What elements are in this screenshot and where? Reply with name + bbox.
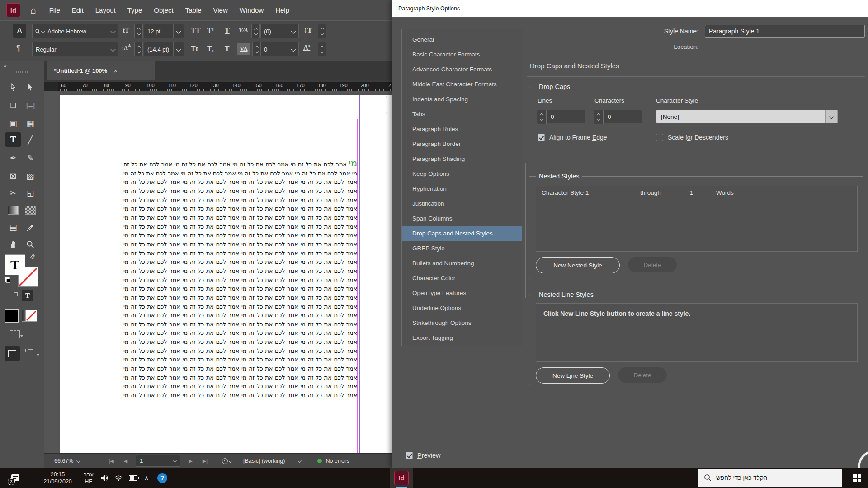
characters-input[interactable]: 0 <box>604 110 642 123</box>
document-tab[interactable]: *Untitled-1 @ 100% × <box>47 61 155 80</box>
characters-stepper[interactable] <box>594 110 604 124</box>
hidden-icons-chevron[interactable]: ∧ <box>141 468 152 488</box>
vertical-scale-stepper[interactable] <box>318 24 326 38</box>
category-item[interactable]: Strikethrough Options <box>402 315 522 330</box>
gradient-feather-tool[interactable] <box>23 203 38 217</box>
view-options-icon[interactable] <box>10 330 20 338</box>
previous-page-button[interactable]: ◀ <box>124 458 127 464</box>
tracking-dropdown-button[interactable] <box>288 42 298 56</box>
font-family-field[interactable]: Adobe Hebrew <box>32 24 118 38</box>
zoom-level[interactable]: 66.67% <box>54 458 73 464</box>
panel-grip[interactable] <box>16 71 28 73</box>
kerning-dropdown-button[interactable] <box>288 24 298 38</box>
content-placer-tool[interactable]: ▦ <box>23 116 38 131</box>
selection-tool[interactable] <box>5 80 21 94</box>
category-item[interactable]: Hyphenation <box>402 181 522 196</box>
preflight-profile[interactable]: [Basic] (working) <box>243 458 285 464</box>
tracking-icon[interactable]: VA <box>237 43 250 55</box>
tracking-stepper[interactable] <box>252 42 261 56</box>
strikethrough-icon[interactable]: T <box>225 45 230 53</box>
battery-icon[interactable] <box>127 468 139 488</box>
taskbar-search[interactable]: הקלד כאן כדי לחפש <box>698 469 842 487</box>
line-tool[interactable]: ╱ <box>23 132 38 147</box>
tracking-field[interactable]: 0 <box>260 42 299 56</box>
start-button[interactable] <box>845 468 868 488</box>
chevron-down-icon[interactable] <box>825 110 837 123</box>
notification-area-icon[interactable]: 3 <box>5 468 25 488</box>
lines-stepper[interactable] <box>537 110 547 124</box>
leading-stepper[interactable] <box>134 42 143 56</box>
default-fill-stroke-icon[interactable] <box>5 277 10 282</box>
nested-line-styles-table[interactable]: Click New Line Style button to create a … <box>536 303 858 362</box>
ruler-corner[interactable] <box>44 82 58 91</box>
apply-none-button2[interactable] <box>25 310 37 322</box>
gradient-swatch-tool[interactable] <box>5 203 21 217</box>
category-item[interactable]: Tabs <box>402 107 522 122</box>
underline-icon[interactable]: T <box>225 27 230 35</box>
menu-edit[interactable]: Edit <box>66 6 90 14</box>
free-transform-tool[interactable]: ◱ <box>23 186 38 200</box>
menu-object[interactable]: Object <box>148 6 179 14</box>
nested-style-unit[interactable]: Words <box>716 189 734 196</box>
new-line-style-button[interactable]: New Line Style <box>536 367 610 384</box>
pen-tool[interactable]: ✒ <box>5 150 21 165</box>
table-row[interactable]: Character Style 1 through 1 Words <box>536 186 857 201</box>
zoom-dropdown-icon[interactable] <box>76 459 80 463</box>
nested-style-operator[interactable]: through <box>640 189 661 196</box>
category-item[interactable]: Basic Character Formats <box>402 47 522 62</box>
character-style-dropdown[interactable]: [None] <box>656 110 838 123</box>
kerning-field[interactable]: (0) <box>260 24 299 38</box>
category-item[interactable]: Bullets and Numbering <box>402 256 522 271</box>
category-item[interactable]: Advanced Character Formats <box>402 62 522 77</box>
superscript-icon[interactable]: T¹ <box>207 27 214 35</box>
menu-view[interactable]: View <box>208 6 234 14</box>
scale-descenders-checkbox[interactable] <box>656 134 663 141</box>
preflight-icon[interactable] <box>222 458 231 464</box>
paragraph-formatting-icon[interactable]: ¶ <box>16 44 20 52</box>
collapse-panel-icon[interactable]: « <box>4 63 6 69</box>
close-tab-icon[interactable]: × <box>113 67 118 75</box>
font-style-field[interactable]: Regular <box>32 42 118 56</box>
text-frame[interactable]: מי אמר לכם את כל זה מי אמר לכם את כל זה … <box>123 159 357 399</box>
baseline-shift-stepper[interactable] <box>318 42 326 56</box>
content-collector-tool[interactable]: ▣ <box>5 116 21 131</box>
style-name-input[interactable]: Paragraph Style 1 <box>705 25 865 38</box>
screen-mode-normal-button[interactable] <box>5 346 20 361</box>
subscript-icon[interactable]: T₁ <box>207 45 214 53</box>
category-item-selected[interactable]: Drop Caps and Nested Styles <box>402 226 522 241</box>
fill-color-swatch[interactable]: T <box>5 254 25 275</box>
category-item[interactable]: Paragraph Border <box>402 136 522 151</box>
character-formatting-icon[interactable]: A <box>13 24 26 38</box>
leading-dropdown-button[interactable] <box>173 42 184 56</box>
column-guide-vertical[interactable] <box>359 95 360 453</box>
category-item[interactable]: Paragraph Rules <box>402 122 522 136</box>
panel-dock-expander-icon[interactable]: ‹ <box>386 110 387 115</box>
horizontal-ruler[interactable]: 60 70 80 90 100 110 120 130 140 150 160 … <box>58 82 392 91</box>
eyedropper-tool[interactable] <box>23 220 38 235</box>
next-page-button[interactable]: ▶ <box>189 458 192 464</box>
category-item[interactable]: Character Color <box>402 271 522 286</box>
frame-edge-guide[interactable] <box>60 157 357 157</box>
first-page-button[interactable]: |◀ <box>108 458 113 464</box>
menu-window[interactable]: Window <box>234 6 269 14</box>
category-item[interactable]: Paragraph Shading <box>402 151 522 166</box>
font-size-stepper[interactable] <box>134 24 143 38</box>
nested-style-count[interactable]: 1 <box>690 189 693 196</box>
document-canvas[interactable]: מי אמר לכם את כל זה מי אמר לכם את כל זה … <box>44 91 392 453</box>
note-tool[interactable]: ▤ <box>5 220 21 235</box>
volume-icon[interactable] <box>99 468 111 488</box>
taskbar-indesign-button[interactable]: Id <box>390 468 413 488</box>
page-tool[interactable]: ❏ <box>5 98 21 113</box>
menu-table[interactable]: Table <box>179 6 208 14</box>
category-item[interactable]: GREP Style <box>402 241 522 256</box>
formatting-affects-container-button[interactable] <box>11 292 18 299</box>
swap-fill-stroke-icon[interactable]: ⇄ <box>28 252 37 261</box>
screen-mode-preview-button[interactable] <box>25 349 35 357</box>
panel-splitter[interactable] <box>525 163 526 298</box>
rectangle-tool[interactable]: ▨ <box>23 169 38 183</box>
preview-checkbox[interactable] <box>406 452 413 459</box>
menu-help[interactable]: Help <box>269 6 295 14</box>
align-frame-edge-checkbox[interactable] <box>538 134 545 141</box>
all-caps-icon[interactable]: TT <box>191 27 200 35</box>
pencil-tool[interactable]: ✎ <box>23 150 38 165</box>
